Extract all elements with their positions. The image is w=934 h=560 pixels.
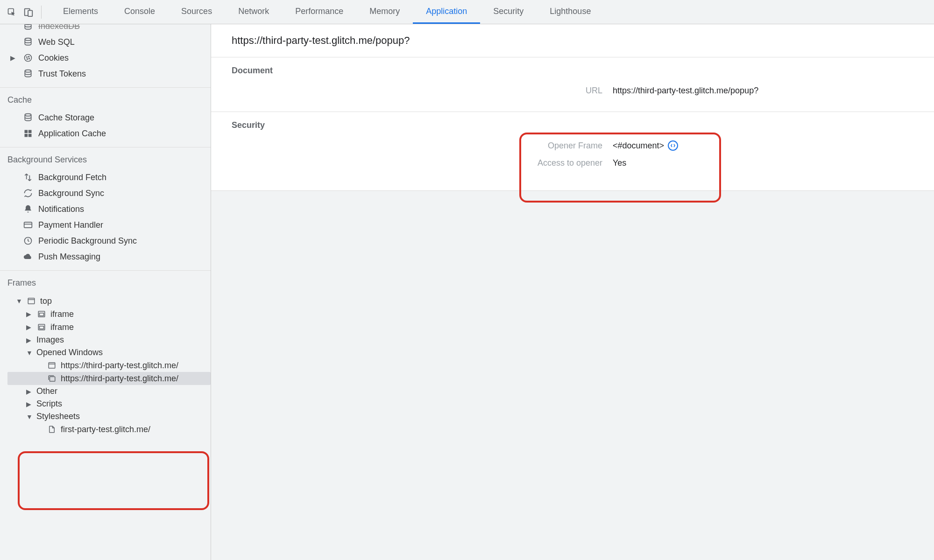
sidebar-item-label: Application Cache [38,129,106,139]
iframe-icon [36,309,47,319]
svg-rect-16 [24,222,32,228]
frames-images[interactable]: ▶ Images [7,334,211,346]
sidebar-item-bg-fetch[interactable]: Background Fetch [0,169,211,185]
frames-stylesheets[interactable]: ▼ Stylesheets [7,410,211,423]
svg-rect-22 [40,313,44,316]
security-section: Security Opener Frame <#document> Access… [211,112,934,191]
row-opener-frame: Opener Frame <#document> [211,137,934,154]
tab-sources[interactable]: Sources [168,0,225,24]
val-url: https://third-party-test.glitch.me/popup… [613,86,758,96]
sidebar-item-label: Push Messaging [38,252,100,262]
sidebar-item-push[interactable]: Push Messaging [0,249,211,265]
sidebar-item-cache-storage[interactable]: Cache Storage [0,110,211,126]
opener-frame-link[interactable]: <#document> [613,141,664,151]
svg-point-9 [29,58,30,59]
section-title-security: Security [211,120,934,137]
window-icon [47,360,57,371]
database-icon [22,68,34,79]
svg-point-3 [25,24,31,25]
reveal-element-icon[interactable] [668,140,678,151]
svg-rect-15 [28,134,32,137]
tab-elements[interactable]: Elements [50,0,111,24]
chevron-down-icon: ▼ [16,297,22,305]
devtools-tabbar: Elements Console Sources Network Perform… [0,0,934,24]
tab-network[interactable]: Network [225,0,282,24]
sidebar-item-notifications[interactable]: Notifications [0,201,211,217]
file-icon [47,424,57,434]
device-toggle-icon[interactable] [21,5,35,19]
opened-window-item-selected[interactable]: https://third-party-test.glitch.me/ [7,372,211,385]
row-access-opener: Access to opener Yes [211,154,934,172]
tree-label: top [40,296,52,306]
sidebar-item-label: Notifications [38,204,84,214]
tree-label: Other [36,386,57,396]
tree-label: https://third-party-test.glitch.me/ [61,374,178,384]
svg-rect-19 [28,298,35,304]
tree-label: Opened Windows [36,348,103,357]
key-url: URL [211,86,613,96]
arrows-up-down-icon [22,172,34,183]
frames-other[interactable]: ▶ Other [7,385,211,398]
sidebar-item-payment[interactable]: Payment Handler [0,217,211,233]
document-section: Document URL https://third-party-test.gl… [211,57,934,112]
tab-security[interactable]: Security [480,0,537,24]
tree-label: Images [36,335,64,345]
svg-rect-24 [40,326,44,329]
val-access-opener: Yes [613,158,626,168]
frames-opened-windows[interactable]: ▼ Opened Windows [7,346,211,359]
iframe-icon [36,322,47,332]
frames-scripts[interactable]: ▶ Scripts [7,398,211,410]
tree-label: iframe [50,322,74,332]
sidebar-section-cache: Cache [0,87,211,110]
chevron-right-icon: ▶ [26,388,33,395]
frames-tree: ▼ top ▶ iframe ▶ iframe ▶ Images ▼ Opene… [0,293,211,445]
inspect-element-icon[interactable] [5,5,19,19]
tab-console[interactable]: Console [111,0,168,24]
sidebar-item-label: Trust Tokens [38,69,86,79]
row-url: URL https://third-party-test.glitch.me/p… [211,82,934,99]
chevron-right-icon: ▶ [26,400,33,408]
tab-performance[interactable]: Performance [282,0,356,24]
tab-divider [41,6,42,19]
opened-window-item[interactable]: https://third-party-test.glitch.me/ [7,359,211,372]
highlight-annotation [18,451,209,510]
tab-memory[interactable]: Memory [356,0,413,24]
frame-top[interactable]: ▼ top [7,294,211,308]
sidebar-item-label: Periodic Background Sync [38,236,137,246]
sidebar-item-websql[interactable]: Web SQL [0,34,211,50]
key-access-opener: Access to opener [211,158,613,168]
key-opener-frame: Opener Frame [211,141,613,151]
svg-rect-13 [28,130,32,133]
tab-application[interactable]: Application [413,0,480,24]
sidebar-item-cookies[interactable]: ▶ Cookies [0,50,211,66]
svg-point-4 [25,38,31,41]
frame-iframe[interactable]: ▶ iframe [7,321,211,334]
clock-icon [22,235,34,246]
section-title-document: Document [211,66,934,82]
sidebar-item-trust-tokens[interactable]: Trust Tokens [0,66,211,82]
stylesheet-item[interactable]: first-party-test.glitch.me/ [7,423,211,436]
credit-card-icon [22,219,34,231]
svg-point-5 [25,55,32,62]
frame-iframe[interactable]: ▶ iframe [7,308,211,321]
sidebar-section-bg: Background Services [0,147,211,169]
cloud-icon [22,251,34,262]
sidebar-item-bg-sync[interactable]: Background Sync [0,185,211,201]
sidebar-item-app-cache[interactable]: Application Cache [0,126,211,141]
database-icon [22,112,34,123]
tab-lighthouse[interactable]: Lighthouse [537,0,604,24]
svg-rect-12 [25,130,28,133]
main-layout: IndexedDB Web SQL ▶ Cookies Trust Tokens… [0,24,934,560]
tree-label: Scripts [36,399,62,409]
sidebar-item-indexeddb[interactable]: IndexedDB [0,24,211,34]
windows-stack-icon [47,373,57,384]
sidebar-item-label: IndexedDB [38,24,80,31]
cookie-icon [22,52,34,63]
svg-point-8 [27,59,28,60]
svg-rect-27 [50,377,55,381]
svg-rect-2 [28,10,32,16]
sync-icon [22,188,34,199]
sidebar-item-periodic-sync[interactable]: Periodic Background Sync [0,233,211,249]
chevron-right-icon: ▶ [26,323,33,331]
svg-rect-14 [25,134,28,137]
